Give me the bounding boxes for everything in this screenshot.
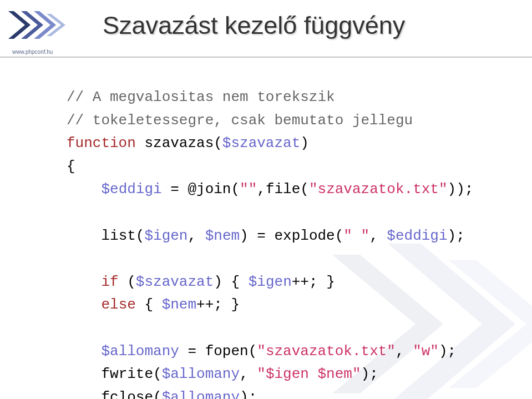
code-string: "szavazatok.txt" [309, 181, 448, 198]
code-text: ) = explode( [240, 228, 343, 244]
code-text: { [136, 296, 162, 313]
code-indent [67, 181, 101, 198]
code-text: fclose( [101, 389, 161, 399]
code-variable: $allomany [101, 343, 179, 360]
code-text: list( [101, 228, 144, 244]
code-text: fwrite( [101, 366, 161, 382]
code-string: " " [343, 228, 369, 244]
code-indent [67, 389, 101, 399]
code-keyword: else [101, 296, 135, 313]
code-variable: $eddigi [387, 228, 447, 244]
code-text: ); [361, 366, 378, 382]
code-text: ) [300, 135, 309, 151]
code-text: = @join( [162, 181, 240, 198]
code-indent [67, 296, 101, 313]
header-divider [0, 57, 532, 58]
code-text: ++; } [292, 274, 335, 290]
phpconf-logo [6, 6, 72, 44]
code-keyword: if [101, 274, 118, 290]
code-variable: $igen [144, 228, 188, 244]
code-variable: $eddigi [101, 181, 161, 198]
code-func-name: szavazas( [136, 135, 222, 151]
code-text: ( [119, 274, 136, 290]
code-text: , [369, 228, 387, 244]
code-comment: // tokeletessegre, csak bemutato jellegu [67, 112, 413, 129]
code-text: = fopen( [179, 343, 257, 360]
code-text: ++; } [196, 296, 240, 313]
code-variable: $nem [205, 228, 240, 244]
code-text: , [396, 343, 413, 360]
code-text: , [188, 228, 205, 244]
code-string: "szavazatok.txt" [257, 343, 396, 360]
code-variable: $igen [249, 274, 292, 290]
code-string: "w" [413, 343, 439, 360]
code-comment: // A megvalositas nem torekszik [67, 89, 335, 105]
code-indent [67, 366, 101, 382]
code-string: "$igen $nem" [257, 366, 361, 382]
code-variable: $szavazat [222, 135, 300, 151]
code-block: // A megvalositas nem torekszik // tokel… [67, 86, 510, 399]
code-brace: { [67, 158, 75, 175]
code-keyword: function [67, 135, 136, 151]
code-indent [67, 228, 101, 244]
code-variable: $allomany [162, 389, 240, 399]
code-variable: $allomany [162, 366, 240, 382]
code-text: ) { [214, 274, 248, 290]
code-string: "" [240, 181, 257, 198]
slide-title: Szavazást kezelő függvény [103, 11, 405, 40]
code-text: ); [240, 389, 257, 399]
code-text: ); [439, 343, 456, 360]
code-text: ); [448, 228, 465, 244]
slide-content: // A megvalositas nem torekszik // tokel… [0, 58, 532, 399]
logo-url: www.phpconf.hu [12, 49, 53, 55]
slide-header: www.phpconf.hu Szavazást kezelő függvény [0, 0, 532, 58]
code-text: , [240, 366, 257, 382]
code-text: )); [448, 181, 474, 198]
code-variable: $szavazat [136, 274, 214, 290]
code-indent [67, 274, 101, 290]
code-indent [67, 343, 101, 360]
code-text: ,file( [257, 181, 309, 198]
logo-container: www.phpconf.hu [6, 6, 80, 58]
code-variable: $nem [162, 296, 196, 313]
